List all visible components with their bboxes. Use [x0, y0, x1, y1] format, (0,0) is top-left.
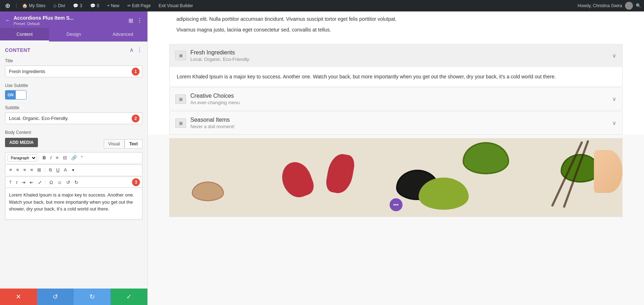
search-icon[interactable]: 🔍 — [636, 3, 641, 8]
comment-bubble-icon: 💬 — [90, 3, 96, 8]
italic-button[interactable]: I — [48, 154, 53, 161]
special-char-button[interactable]: Ω — [48, 179, 55, 186]
paste-text-button[interactable]: T — [8, 179, 14, 185]
grid-icon[interactable]: ⊞ — [128, 17, 133, 24]
accordion-title-3: Seasonal Items — [190, 117, 608, 123]
left-panel: ← Accordions Plus Item S... Preset: Defa… — [0, 11, 148, 305]
section-dots-icon[interactable]: ⋮ — [137, 47, 142, 53]
toggle-wrap: ON — [5, 90, 142, 100]
new-button[interactable]: + New — [105, 0, 121, 11]
main-layout: ← Accordions Plus Item S... Preset: Defa… — [0, 11, 644, 305]
edit-page-button[interactable]: ✏ Edit Page — [125, 0, 153, 11]
panel-title-block: Accordions Plus Item S... Preset: Defaul… — [14, 15, 74, 26]
text-color-bg-button[interactable]: ▼ — [69, 167, 77, 173]
accordion-header-seasonal-items[interactable]: ▣ Seasonal Items Never a dull moment! ∨ — [170, 112, 622, 134]
divi-label: Divi — [58, 3, 65, 8]
cancel-button[interactable]: ✕ — [0, 289, 37, 305]
tab-content[interactable]: Content — [0, 28, 49, 42]
subtitle-field-group: Subtitle 2 — [5, 105, 142, 124]
accordion-title-1: Fresh Ingredients — [190, 49, 608, 56]
body-content-section: Body Content ADD MEDIA Visual Text Parag… — [5, 130, 142, 220]
subtitle-input[interactable] — [5, 112, 142, 124]
visual-mode-tab[interactable]: Visual — [104, 139, 125, 149]
accordion-image-icon-3: ▣ — [175, 118, 186, 128]
more-options-icon[interactable]: ⋮ — [137, 17, 142, 24]
section-header: Content ∧ ⋮ — [5, 47, 142, 53]
my-sites-label: My Sites — [29, 3, 45, 8]
justify-button[interactable]: ≡ — [29, 166, 35, 174]
undo-editor-button[interactable]: ↺ — [64, 179, 72, 186]
text-mode-tab[interactable]: Text — [125, 139, 142, 149]
edit-page-label: ✏ Edit Page — [127, 3, 151, 8]
section-icons: ∧ ⋮ — [130, 47, 142, 53]
accordion-body-1: Lorem Khaled Ipsum is a major key to suc… — [170, 67, 622, 86]
divi-button[interactable]: ◇ Divi — [51, 0, 67, 11]
intro-text-block: adipiscing elit. Nulla porttitor accumsa… — [148, 11, 644, 44]
undo-button[interactable]: ↺ — [37, 289, 74, 305]
bold-button[interactable]: B — [41, 154, 48, 161]
accordion-list: ▣ Fresh Ingredients Local. Organic. Eco-… — [148, 44, 644, 135]
intro-text-2: Vivamus magna justo, lacinia eget consec… — [176, 26, 615, 34]
unordered-list-button[interactable]: ≡ — [54, 154, 60, 161]
tab-design[interactable]: Design — [49, 28, 98, 42]
divi-icon: ◇ — [53, 3, 57, 8]
exit-builder-label: Exit Visual Builder — [158, 3, 193, 8]
redo-button[interactable]: ↻ — [74, 289, 111, 305]
italic-2-button[interactable]: I — [14, 179, 19, 186]
accordion-chevron-3[interactable]: ∨ — [612, 120, 616, 126]
comment-bubble-button[interactable]: 💬 0 — [88, 0, 102, 11]
accordion-header-creative-choices[interactable]: ▣ Creative Choices An ever-changing menu… — [170, 88, 622, 110]
underline-button[interactable]: U — [54, 166, 61, 174]
save-button[interactable]: ✓ — [111, 289, 147, 305]
title-field-group: Title 1 — [5, 58, 142, 77]
fullscreen-button[interactable]: ⤢ — [36, 179, 44, 186]
comment-bubble-count: 0 — [97, 3, 99, 8]
accordion-item-creative-choices: ▣ Creative Choices An ever-changing menu… — [169, 87, 623, 111]
add-media-button[interactable]: ADD MEDIA — [5, 138, 38, 147]
panel-bottom: ✕ ↺ ↻ ✓ — [0, 289, 147, 305]
accordion-title-block-2: Creative Choices An ever-changing menu — [190, 93, 608, 105]
accordion-chevron-1[interactable]: ∨ — [612, 52, 616, 59]
align-left-button[interactable]: ≡ — [8, 166, 14, 174]
emoji-button[interactable]: ☺ — [55, 179, 64, 186]
accordion-item-seasonal-items: ▣ Seasonal Items Never a dull moment! ∨ — [169, 111, 623, 135]
indent-button[interactable]: ⇥ — [20, 179, 27, 186]
accordion-item-fresh-ingredients: ▣ Fresh Ingredients Local. Organic. Eco-… — [169, 44, 623, 87]
paragraph-select[interactable]: Paragraph — [8, 154, 37, 161]
collapse-icon[interactable]: ∧ — [130, 47, 134, 53]
accordion-subtitle-3: Never a dull moment! — [190, 124, 608, 129]
align-center-button[interactable]: ≡ — [15, 166, 21, 174]
body-content-editor[interactable]: Lorem Khaled Ipsum is a major key to suc… — [5, 188, 142, 220]
subtitle-toggle[interactable]: ON — [5, 90, 26, 100]
wp-logo-button[interactable]: ⊕ — [3, 0, 13, 11]
ordered-list-button[interactable]: ⊟ — [61, 154, 69, 161]
link-button[interactable]: 🔗 — [69, 154, 79, 161]
title-field-label: Title — [5, 58, 142, 63]
use-subtitle-group: Use Subtitle ON — [5, 83, 142, 100]
accordion-title-block-1: Fresh Ingredients Local. Organic. Eco-Fr… — [190, 49, 608, 62]
redo-editor-button[interactable]: ↻ — [73, 179, 80, 186]
title-input[interactable] — [5, 66, 142, 77]
blockquote-button[interactable]: " — [79, 154, 85, 161]
strikethrough-button[interactable]: S — [47, 166, 54, 174]
comments-count: 3 — [80, 3, 82, 8]
comments-count-button[interactable]: 💬 3 — [71, 0, 84, 11]
align-right-button[interactable]: ≡ — [21, 166, 28, 174]
right-content: adipiscing elit. Nulla porttitor accumsa… — [148, 11, 644, 305]
intro-text-1: adipiscing elit. Nulla porttitor accumsa… — [176, 15, 615, 23]
outdent-button[interactable]: ⇤ — [28, 179, 35, 186]
accordion-header-fresh-ingredients[interactable]: ▣ Fresh Ingredients Local. Organic. Eco-… — [170, 44, 622, 67]
title-field-wrap: 1 — [5, 66, 142, 77]
tab-advanced[interactable]: Advanced — [98, 28, 147, 42]
image-overlay-button[interactable]: ••• — [390, 198, 402, 211]
accordion-image-icon-1: ▣ — [175, 51, 186, 60]
exit-builder-button[interactable]: Exit Visual Builder — [156, 0, 195, 11]
my-sites-button[interactable]: 🏠 My Sites — [20, 0, 48, 11]
back-icon[interactable]: ← — [5, 17, 11, 24]
accordion-chevron-2[interactable]: ∨ — [612, 96, 616, 102]
table-button[interactable]: ⊞ — [35, 166, 43, 174]
accordion-title-2: Creative Choices — [190, 93, 608, 99]
accordion-subtitle-1: Local. Organic. Eco-Friendly. — [190, 57, 608, 62]
text-color-button[interactable]: A — [62, 166, 69, 174]
image-placeholder-icon-2: ▣ — [179, 97, 183, 102]
